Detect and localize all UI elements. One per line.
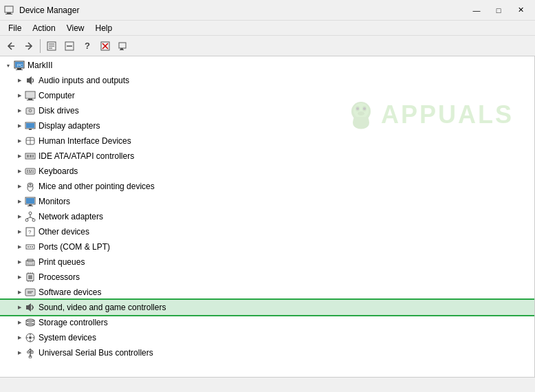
list-item[interactable]: Network adapters <box>0 209 534 224</box>
svg-rect-33 <box>27 100 34 100</box>
disk-expand <box>14 105 25 116</box>
svg-point-76 <box>32 246 33 248</box>
svg-rect-50 <box>26 169 34 173</box>
toolbar-properties[interactable] <box>43 38 60 54</box>
audio-expand <box>14 75 25 86</box>
window-title: Device Manager <box>19 6 79 15</box>
processors-expand <box>14 272 25 283</box>
list-item[interactable]: Print queues <box>0 254 534 270</box>
svg-rect-62 <box>26 198 34 204</box>
list-item[interactable]: Software devices <box>0 285 534 300</box>
computer-label: Computer <box>39 91 75 100</box>
menu-help[interactable]: Help <box>90 22 118 34</box>
computer-icon2 <box>25 90 36 101</box>
svg-rect-26 <box>16 69 23 70</box>
svg-rect-55 <box>27 172 28 173</box>
processors-label: Processors <box>39 272 80 282</box>
svg-point-75 <box>30 246 31 248</box>
menu-view[interactable]: View <box>61 22 90 34</box>
root-label: MarkIII <box>28 61 53 70</box>
toolbar-remove[interactable] <box>97 38 113 54</box>
list-item[interactable]: Keyboards <box>0 164 534 179</box>
display-label: Display adapters <box>39 121 100 131</box>
storage-label: Storage controllers <box>39 318 108 327</box>
network-expand <box>14 211 25 222</box>
system-label: System devices <box>39 333 96 342</box>
usb-expand <box>14 347 25 358</box>
svg-rect-79 <box>28 263 33 265</box>
disk-label: Disk drives <box>39 106 79 116</box>
toolbar-help[interactable]: ? <box>79 38 96 54</box>
svg-rect-31 <box>26 92 34 98</box>
monitors-expand <box>14 196 25 207</box>
title-bar-left: Device Manager <box>4 5 79 16</box>
print-expand <box>14 257 25 268</box>
list-item[interactable]: IDE ATA/ATAPI controllers <box>0 149 534 164</box>
disk-icon <box>25 105 36 116</box>
root-expand-arrow <box>3 60 14 71</box>
svg-rect-40 <box>29 129 32 130</box>
ide-icon <box>25 151 36 162</box>
close-button[interactable]: ✕ <box>510 3 531 17</box>
list-item[interactable]: Ports (COM & LPT) <box>0 239 534 254</box>
minimize-button[interactable]: — <box>466 3 487 17</box>
system-icon <box>25 332 36 343</box>
ide-expand <box>14 151 25 162</box>
audio-label: Audio inputs and outputs <box>39 76 129 85</box>
svg-text:PC: PC <box>17 63 23 67</box>
computer-icon: PC <box>14 60 25 71</box>
svg-marker-29 <box>27 76 32 85</box>
list-item[interactable]: Disk drives <box>0 103 534 118</box>
svg-rect-54 <box>33 170 34 171</box>
toolbar-back[interactable] <box>3 38 19 54</box>
svg-rect-89 <box>26 290 34 295</box>
svg-rect-57 <box>32 172 34 173</box>
storage-icon <box>25 317 36 328</box>
svg-rect-1 <box>7 12 11 14</box>
monitor-icon <box>25 196 36 207</box>
list-item[interactable]: Storage controllers <box>0 315 534 330</box>
svg-text:?: ? <box>28 229 32 235</box>
list-item[interactable]: System devices <box>0 330 534 345</box>
usb-icon <box>25 347 36 358</box>
maximize-button[interactable]: □ <box>488 3 509 17</box>
list-item[interactable]: Display adapters <box>0 118 534 133</box>
list-item[interactable]: Human Interface Devices <box>0 133 534 149</box>
software-icon <box>25 287 36 298</box>
menu-file[interactable]: File <box>3 22 27 34</box>
toolbar-forward[interactable] <box>21 38 37 54</box>
list-item[interactable]: Sound, video and game controllers <box>0 300 534 315</box>
svg-rect-32 <box>28 98 32 100</box>
svg-rect-51 <box>27 170 28 171</box>
list-item[interactable]: Mice and other pointing devices <box>0 179 534 194</box>
toolbar-scan[interactable] <box>115 38 131 54</box>
svg-rect-25 <box>17 68 21 69</box>
svg-rect-39 <box>26 123 34 128</box>
toolbar: ? <box>0 36 535 56</box>
mice-expand <box>14 181 25 192</box>
list-item[interactable]: ? Other devices <box>0 224 534 239</box>
svg-rect-48 <box>32 155 34 157</box>
software-label: Software devices <box>39 287 101 297</box>
list-item[interactable]: Audio inputs and outputs <box>0 73 534 88</box>
svg-rect-106 <box>31 351 33 353</box>
list-item[interactable]: Processors <box>0 270 534 285</box>
toolbar-disable[interactable] <box>61 38 78 54</box>
sound-expand <box>14 302 25 313</box>
svg-point-67 <box>32 219 35 221</box>
svg-rect-81 <box>28 275 32 279</box>
svg-rect-53 <box>31 170 32 171</box>
root-item[interactable]: PC MarkIII <box>0 58 534 73</box>
menu-action[interactable]: Action <box>27 22 61 34</box>
svg-marker-92 <box>26 303 31 312</box>
svg-rect-94 <box>26 320 34 325</box>
device-tree[interactable]: APPUALS PC MarkIII <box>0 56 535 377</box>
network-icon <box>25 211 36 222</box>
svg-rect-47 <box>30 155 32 157</box>
list-item[interactable]: Universal Serial Bus controllers <box>0 345 534 360</box>
list-item[interactable]: Computer <box>0 88 534 103</box>
list-item[interactable]: Monitors <box>0 194 534 209</box>
other-label: Other devices <box>39 227 89 237</box>
keyboard-icon <box>25 166 36 177</box>
svg-line-69 <box>27 217 30 219</box>
